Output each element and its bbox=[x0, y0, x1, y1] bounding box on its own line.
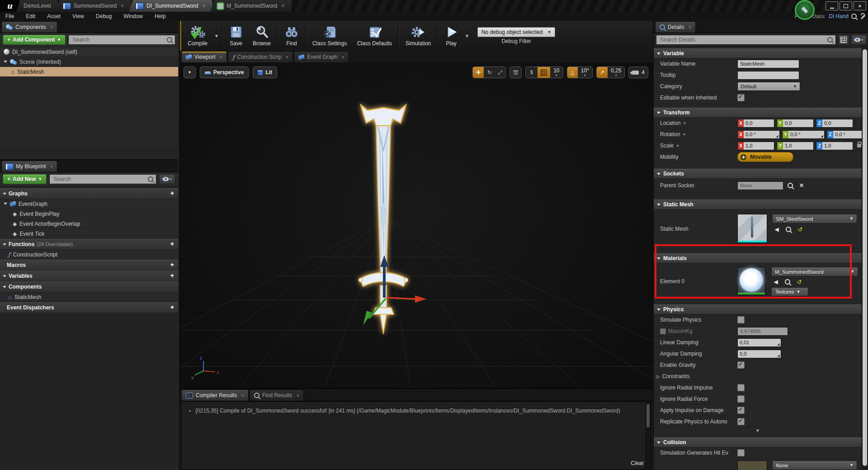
compile-button[interactable]: Compile bbox=[183, 24, 212, 47]
details-search[interactable] bbox=[656, 35, 836, 45]
event-tick-row[interactable]: ◈ Event Tick bbox=[0, 229, 178, 239]
close-icon[interactable]: × bbox=[121, 3, 124, 9]
surface-snap-button[interactable] bbox=[526, 67, 538, 78]
use-selected-button[interactable]: ◀ bbox=[772, 226, 781, 233]
my-blueprint-search-input[interactable] bbox=[52, 176, 148, 183]
checkbox[interactable] bbox=[737, 449, 745, 456]
expand-arrow-icon[interactable] bbox=[4, 61, 7, 63]
world-local-button[interactable] bbox=[510, 67, 521, 78]
spinner-icon[interactable]: ◢ bbox=[820, 131, 824, 138]
spinner-icon[interactable]: ◢ bbox=[775, 131, 779, 138]
tab-components[interactable]: Components × bbox=[1, 21, 57, 33]
close-button[interactable]: × bbox=[854, 1, 866, 10]
rotation-snap-toggle[interactable]: △ bbox=[567, 67, 578, 78]
grid-snap-value[interactable]: 10▼ bbox=[550, 67, 562, 78]
close-icon[interactable]: × bbox=[297, 393, 299, 398]
viewport-3d[interactable]: z y x ▼ Perspective Lit ✛ bbox=[180, 62, 653, 388]
gizmo-x-axis[interactable] bbox=[387, 298, 415, 299]
scale-x-field[interactable]: X1,0 bbox=[737, 142, 774, 150]
close-icon[interactable]: × bbox=[689, 24, 691, 30]
close-icon[interactable]: × bbox=[286, 54, 288, 60]
mobility-movable-button[interactable]: ✛ Movable bbox=[737, 152, 793, 162]
close-icon[interactable]: × bbox=[50, 24, 53, 30]
add-function-button[interactable]: + bbox=[170, 240, 174, 247]
play-button[interactable]: Play bbox=[439, 24, 463, 47]
close-icon[interactable]: × bbox=[342, 54, 344, 60]
checkbox[interactable] bbox=[737, 316, 745, 323]
static-mesh-dropdown[interactable]: SM_SteelSword ▼ bbox=[772, 214, 857, 223]
asset-tab-di-summonedsword[interactable]: DI_SummonedSword × bbox=[129, 0, 213, 12]
event-beginplay-row[interactable]: ◈ Event BeginPlay bbox=[0, 209, 178, 219]
checkbox[interactable] bbox=[737, 395, 745, 403]
reset-to-default-button[interactable]: ↺ bbox=[795, 278, 804, 285]
save-button[interactable]: Save bbox=[224, 24, 248, 47]
static-mesh-thumbnail[interactable] bbox=[737, 214, 767, 243]
collision-section-header[interactable]: Collision bbox=[654, 437, 862, 447]
static-mesh-section-header[interactable]: Static Mesh bbox=[654, 199, 862, 209]
components-search-input[interactable] bbox=[71, 36, 167, 43]
chevron-down-icon[interactable]: ▼ bbox=[676, 144, 679, 148]
compile-options-caret[interactable]: ▼ bbox=[212, 33, 221, 38]
parent-socket-input[interactable]: None bbox=[737, 181, 783, 190]
tab-details[interactable]: Details × bbox=[655, 21, 696, 33]
textures-dropdown-button[interactable]: Textures ▼ bbox=[771, 287, 808, 296]
chevron-down-icon[interactable]: ▼ bbox=[683, 133, 686, 137]
menu-file[interactable]: File bbox=[5, 13, 14, 19]
rotation-x-field[interactable]: X0,0 °◢ bbox=[737, 130, 780, 139]
close-icon[interactable]: × bbox=[241, 393, 244, 398]
component-row-scene[interactable]: Scene (Inherited) bbox=[0, 57, 178, 67]
compiler-scrollbar[interactable] bbox=[646, 403, 651, 468]
asset-tab-demolevel[interactable]: DemoLevel bbox=[16, 0, 59, 12]
component-row-self[interactable]: DI_SummonedSword (self) bbox=[0, 47, 178, 57]
tab-my-blueprint[interactable]: My Blueprint × bbox=[1, 161, 57, 172]
viewport-options-button[interactable]: ▼ bbox=[184, 66, 196, 78]
add-graph-button[interactable]: + bbox=[170, 190, 174, 197]
my-blueprint-search[interactable] bbox=[49, 174, 156, 184]
lit-button[interactable]: Lit bbox=[253, 66, 277, 78]
move-tool-button[interactable]: ✛ bbox=[473, 67, 484, 78]
class-settings-button[interactable]: Class Settings bbox=[307, 24, 352, 47]
simulation-button[interactable]: Simulation bbox=[401, 24, 436, 47]
graphs-section-header[interactable]: Graphs + bbox=[0, 188, 178, 199]
debug-object-dropdown[interactable]: No debug object selected ▼ bbox=[477, 27, 555, 37]
components-section-header[interactable]: Components bbox=[0, 281, 178, 292]
add-macro-button[interactable]: + bbox=[170, 261, 174, 268]
rotation-z-field[interactable]: Z0,0 °◢ bbox=[827, 130, 862, 139]
rotate-tool-button[interactable]: ↻ bbox=[484, 67, 495, 78]
expand-right-icon[interactable]: ▷ bbox=[656, 374, 660, 379]
menu-asset[interactable]: Asset bbox=[47, 13, 61, 19]
asset-tab-m-summonedsword[interactable]: M_SummonedSword × bbox=[210, 0, 292, 12]
browse-to-asset-button[interactable] bbox=[783, 278, 792, 285]
checkbox[interactable] bbox=[737, 407, 745, 414]
compiler-log-entry[interactable]: • [0215,35] Compile of DI_SummonedSword … bbox=[182, 402, 651, 420]
functions-section-header[interactable]: Functions (24 Overridable) + bbox=[0, 239, 178, 250]
material-dropdown[interactable]: M_SummonedSword ▼ bbox=[771, 267, 858, 276]
wrench-icon[interactable] bbox=[859, 14, 865, 19]
components-search[interactable] bbox=[68, 35, 175, 45]
socket-search-button[interactable] bbox=[786, 182, 795, 189]
transform-gizmo[interactable] bbox=[363, 255, 426, 325]
menu-edit[interactable]: Edit bbox=[26, 13, 35, 19]
browse-button[interactable]: Browse bbox=[248, 24, 276, 47]
class-defaults-button[interactable]: Class Defaults bbox=[352, 24, 397, 47]
constructionscript-row[interactable]: ƒ ConstructionScript bbox=[0, 250, 178, 260]
macros-section-header[interactable]: Macros + bbox=[0, 260, 178, 271]
scale-y-field[interactable]: Y1,0 bbox=[777, 142, 814, 150]
menu-view[interactable]: View bbox=[72, 13, 84, 19]
reset-to-default-button[interactable]: ↺ bbox=[796, 226, 805, 233]
tab-find-results[interactable]: Find Results × bbox=[250, 389, 304, 401]
find-button[interactable]: Find bbox=[279, 24, 304, 47]
event-dispatchers-section-header[interactable]: Event Dispatchers + bbox=[0, 302, 178, 313]
location-x-field[interactable]: X0,0 bbox=[737, 119, 774, 128]
clear-button[interactable]: Clear bbox=[631, 460, 644, 466]
tab-viewport[interactable]: Viewport × bbox=[181, 51, 227, 62]
component-row-staticmesh[interactable]: ⌂ StaticMesh bbox=[0, 67, 178, 77]
grid-snap-toggle[interactable] bbox=[538, 67, 550, 78]
tooltip-input[interactable] bbox=[737, 71, 799, 80]
checkbox[interactable] bbox=[737, 418, 745, 425]
angular-damping-field[interactable]: 0,0◢ bbox=[737, 350, 781, 358]
maximize-button[interactable] bbox=[840, 1, 852, 10]
staticmesh-variable-row[interactable]: ⌂ StaticMesh bbox=[0, 292, 178, 302]
scale-snap-toggle[interactable]: ↗ bbox=[597, 67, 608, 78]
constraints-row[interactable]: ▷ Constraints bbox=[654, 371, 862, 382]
